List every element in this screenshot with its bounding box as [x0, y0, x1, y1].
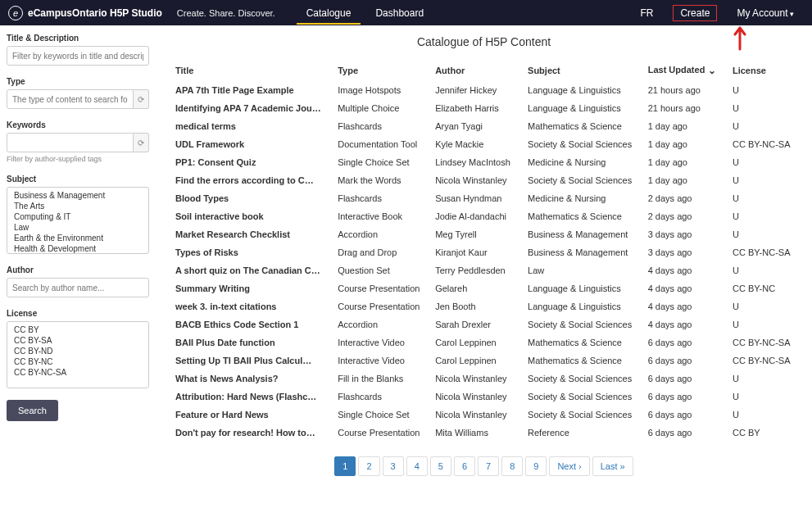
cell-subject: Society & Social Sciences — [521, 388, 642, 406]
page-1[interactable]: 1 — [334, 456, 356, 476]
nav-account[interactable]: My Account — [727, 2, 804, 25]
navbar: e eCampusOntario H5P Studio Create. Shar… — [0, 0, 812, 25]
keywords-input[interactable] — [7, 133, 134, 152]
table-row[interactable]: Setting Up TI BAII Plus Calcul…Interacti… — [169, 352, 799, 370]
title-desc-input[interactable] — [7, 46, 149, 66]
nav-create[interactable]: Create — [673, 5, 717, 21]
th-updated[interactable]: Last Updated — [642, 60, 726, 81]
cell-license: U — [726, 388, 799, 406]
table-row[interactable]: BAII Plus Date functionInteractive Video… — [169, 333, 799, 352]
filter-keywords: Keywords ⟳ Filter by author-supplied tag… — [7, 120, 149, 163]
cell-license: U — [726, 171, 799, 189]
cell-type: Course Presentation — [331, 297, 429, 315]
keywords-hint: Filter by author-supplied tags — [7, 155, 149, 163]
cell-title: What is News Analysis? — [169, 370, 331, 388]
table-row[interactable]: Find the errors according to C…Mark the … — [169, 171, 799, 189]
page-next[interactable]: Next › — [549, 456, 589, 476]
table-row[interactable]: Soil interactive bookInteractive BookJod… — [169, 207, 799, 225]
table-row[interactable]: A short quiz on The Canadian C…Question … — [169, 261, 799, 279]
cell-type: Drag and Drop — [331, 243, 429, 261]
page-last[interactable]: Last » — [592, 456, 633, 476]
cell-license: U — [726, 189, 799, 207]
table-row[interactable]: BACB Ethics Code Section 1AccordionSarah… — [169, 315, 799, 333]
license-list[interactable]: CC BYCC BY-SACC BY-NDCC BY-NCCC BY-NC-SA — [7, 321, 149, 388]
table-row[interactable]: Blood TypesFlashcardsSusan HyndmanMedici… — [169, 189, 799, 207]
cell-updated: 1 day ago — [642, 117, 726, 135]
page-8[interactable]: 8 — [501, 456, 523, 476]
table-row[interactable]: Summary WritingCourse PresentationGelare… — [169, 279, 799, 297]
page-2[interactable]: 2 — [358, 456, 379, 476]
pagination: 123456789Next ›Last » — [169, 456, 799, 476]
search-button[interactable]: Search — [7, 400, 58, 421]
cell-updated: 4 days ago — [642, 297, 726, 315]
cell-subject: Business & Management — [521, 225, 642, 243]
type-input[interactable] — [7, 89, 134, 109]
table-row[interactable]: Market Research ChecklistAccordionMeg Ty… — [169, 225, 799, 243]
list-item[interactable]: The Arts — [7, 201, 148, 211]
cell-subject: Mathematics & Science — [521, 333, 642, 352]
th-author[interactable]: Author — [429, 60, 521, 81]
list-item[interactable]: CC BY-ND — [7, 346, 148, 356]
table-row[interactable]: week 3. in-text citationsCourse Presenta… — [169, 297, 799, 315]
table-row[interactable]: What is News Analysis?Fill in the Blanks… — [169, 370, 799, 388]
cell-subject: Mathematics & Science — [521, 352, 642, 370]
table-row[interactable]: Feature or Hard NewsSingle Choice SetNic… — [169, 406, 799, 424]
table-row[interactable]: medical termsFlashcardsAryan TyagiMathem… — [169, 117, 799, 135]
refresh-icon[interactable]: ⟳ — [134, 89, 149, 109]
cell-updated: 2 days ago — [642, 207, 726, 225]
cell-type: Interactive Video — [331, 352, 429, 370]
cell-author: Elizabeth Harris — [429, 99, 521, 117]
cell-title: medical terms — [169, 117, 331, 135]
list-item[interactable]: Health & Development — [7, 243, 148, 254]
filter-author: Author — [7, 265, 149, 297]
filter-label: Type — [7, 77, 149, 86]
cell-title: week 3. in-text citations — [169, 297, 331, 315]
table-row[interactable]: UDL FrameworkDocumentation ToolKyle Mack… — [169, 135, 799, 153]
refresh-icon[interactable]: ⟳ — [134, 133, 149, 152]
cell-subject: Medicine & Nursing — [521, 153, 642, 171]
cell-license: U — [726, 81, 799, 99]
cell-license: CC BY-NC-SA — [726, 243, 799, 261]
cell-subject: Mathematics & Science — [521, 207, 642, 225]
table-row[interactable]: PP1: Consent QuizSingle Choice SetLindse… — [169, 153, 799, 171]
th-title[interactable]: Title — [169, 60, 331, 81]
list-item[interactable]: CC BY-NC-SA — [7, 367, 148, 378]
nav-catalogue[interactable]: Catalogue — [297, 2, 361, 25]
page-7[interactable]: 7 — [478, 456, 499, 476]
page-9[interactable]: 9 — [525, 456, 547, 476]
nav-dashboard[interactable]: Dashboard — [365, 2, 433, 25]
list-item[interactable]: CC BY-NC — [7, 356, 148, 367]
table-row[interactable]: Attribution: Hard News (Flashc…Flashcard… — [169, 388, 799, 406]
list-item[interactable]: Computing & IT — [7, 211, 148, 222]
table-row[interactable]: Don't pay for research! How to…Course Pr… — [169, 424, 799, 442]
table-row[interactable]: Types of RisksDrag and DropKiranjot Kaur… — [169, 243, 799, 261]
page-3[interactable]: 3 — [383, 456, 404, 476]
page-4[interactable]: 4 — [406, 456, 428, 476]
subject-list[interactable]: Business & ManagementThe ArtsComputing &… — [7, 187, 149, 254]
list-item[interactable]: CC BY — [7, 324, 148, 335]
cell-license: U — [726, 117, 799, 135]
table-row[interactable]: Identifying APA 7 Academic Jou…Multiple … — [169, 99, 799, 117]
cell-license: U — [726, 315, 799, 333]
table-row[interactable]: APA 7th Title Page ExampleImage Hotspots… — [169, 81, 799, 99]
th-type[interactable]: Type — [331, 60, 429, 81]
list-item[interactable]: Law — [7, 222, 148, 233]
cell-type: Interactive Book — [331, 207, 429, 225]
list-item[interactable]: CC BY-SA — [7, 335, 148, 346]
filter-title-desc: Title & Description — [7, 34, 149, 66]
page-5[interactable]: 5 — [430, 456, 451, 476]
cell-type: Accordion — [331, 315, 429, 333]
cell-type: Image Hotspots — [331, 81, 429, 99]
cell-subject: Language & Linguistics — [521, 297, 642, 315]
list-item[interactable]: Business & Management — [7, 190, 148, 201]
cell-subject: Mathematics & Science — [521, 117, 642, 135]
list-item[interactable]: Earth & the Environment — [7, 233, 148, 243]
cell-license: U — [726, 261, 799, 279]
page-6[interactable]: 6 — [454, 456, 475, 476]
th-subject[interactable]: Subject — [521, 60, 642, 81]
nav-fr[interactable]: FR — [630, 2, 663, 25]
content-table: Title Type Author Subject Last Updated L… — [169, 60, 799, 442]
th-license[interactable]: License — [726, 60, 799, 81]
author-input[interactable] — [7, 278, 149, 297]
cell-type: Course Presentation — [331, 279, 429, 297]
